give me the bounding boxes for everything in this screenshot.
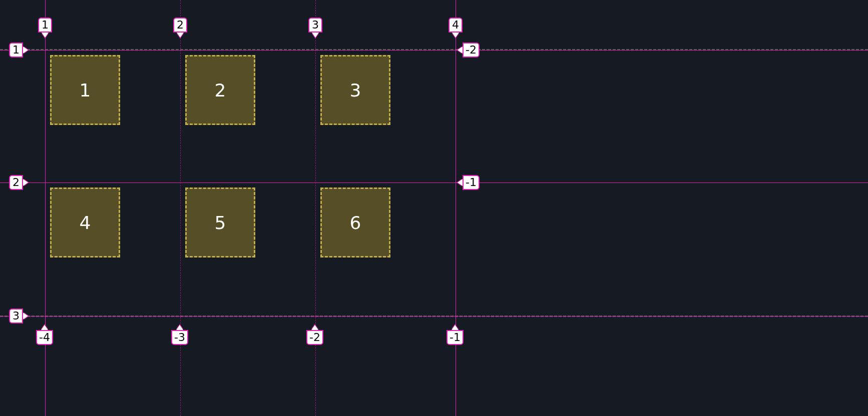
grid-row-line-1 [0,50,868,50]
col-line-label-text: -2 [309,332,320,343]
row-line-label-right: -2 [463,42,480,58]
row-line-label-text: 1 [13,44,20,56]
grid-track-outline [0,49,868,317]
row-line-label-left: 2 [9,175,23,190]
grid-item[interactable]: 6 [320,188,390,258]
row-line-label-text: -2 [466,44,477,56]
grid-item[interactable]: 3 [320,55,390,125]
col-line-label-bottom: -1 [447,330,464,345]
row-line-label-right: -1 [463,175,480,190]
col-line-label-bottom: -2 [306,330,323,345]
grid-row-line-3 [0,316,868,316]
col-line-label-text: 3 [312,20,319,30]
grid-item[interactable]: 2 [185,55,255,125]
col-line-label-text: 2 [177,20,184,30]
col-line-label-top: 4 [449,18,463,32]
row-line-label-text: 2 [13,177,20,188]
row-line-label-text: 3 [13,310,20,322]
grid-item-label: 2 [215,80,226,100]
grid-inspector-overlay: 1234-4-3-2-1123-2-1123456 [0,0,868,416]
col-line-label-text: -4 [39,332,50,343]
col-line-label-text: 1 [42,20,49,30]
row-line-label-left: 1 [9,42,23,58]
row-line-label-text: -1 [466,177,477,188]
col-line-label-text: -1 [450,332,461,343]
grid-item-label: 3 [350,80,361,100]
grid-item-label: 6 [350,212,361,233]
col-line-label-top: 2 [173,18,187,32]
grid-column-line-4 [456,0,456,416]
grid-item-label: 1 [80,80,91,100]
grid-column-line-3 [315,0,316,416]
grid-column-line-1 [45,0,46,416]
col-line-label-top: 1 [38,18,52,32]
grid-item[interactable]: 4 [50,188,120,258]
col-line-label-text: -3 [174,332,185,343]
col-line-label-bottom: -3 [171,330,188,345]
col-line-label-bottom: -4 [36,330,53,345]
grid-column-line-2 [180,0,181,416]
col-line-label-top: 3 [308,18,322,32]
grid-row-line-2 [0,182,868,183]
grid-item[interactable]: 5 [185,188,255,258]
col-line-label-text: 4 [452,20,459,30]
grid-item-label: 5 [215,212,226,233]
row-line-label-left: 3 [9,308,23,324]
grid-item-label: 4 [80,212,91,233]
grid-item[interactable]: 1 [50,55,120,125]
